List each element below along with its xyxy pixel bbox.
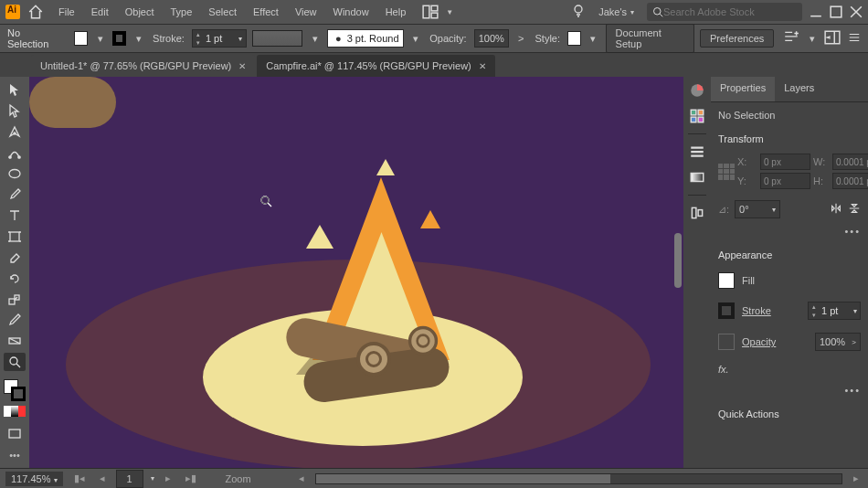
paintbrush-tool[interactable] bbox=[4, 186, 26, 204]
pen-tool[interactable] bbox=[4, 122, 26, 141]
artboard[interactable] bbox=[29, 77, 683, 468]
lightbulb-icon[interactable] bbox=[571, 4, 586, 20]
tab-close-icon[interactable]: ✕ bbox=[238, 61, 246, 71]
horizontal-scrollbar[interactable] bbox=[315, 473, 842, 484]
flip-horizontal-icon[interactable] bbox=[830, 202, 842, 217]
fx-label[interactable]: fx. bbox=[718, 364, 729, 375]
log-shape[interactable] bbox=[29, 77, 116, 128]
stroke-weight-stepper[interactable]: ▴▾ ▾ bbox=[808, 302, 861, 320]
stroke-panel-icon[interactable] bbox=[689, 143, 705, 160]
swatches-panel-icon[interactable] bbox=[689, 108, 705, 124]
preferences-button[interactable]: Preferences bbox=[700, 29, 774, 48]
w-input[interactable] bbox=[832, 154, 868, 170]
h-input[interactable] bbox=[832, 173, 868, 189]
window-close-icon[interactable] bbox=[850, 5, 863, 18]
workspace-switcher[interactable]: Jake's ▾ bbox=[593, 5, 640, 19]
opacity-dropdown[interactable]: > bbox=[514, 33, 528, 44]
menu-file[interactable]: File bbox=[51, 3, 82, 21]
log-endcap[interactable] bbox=[408, 326, 438, 355]
document-setup-button[interactable]: Document Setup bbox=[606, 24, 694, 53]
artboard-number[interactable]: 1 bbox=[126, 473, 132, 484]
zoom-tool[interactable] bbox=[4, 353, 26, 371]
direct-selection-tool[interactable] bbox=[4, 101, 26, 120]
selection-tool[interactable] bbox=[4, 80, 26, 99]
flip-vertical-icon[interactable] bbox=[848, 202, 861, 217]
scale-tool[interactable] bbox=[4, 291, 26, 309]
brush-dropdown[interactable]: ▾ bbox=[409, 33, 423, 45]
eyedropper-tool[interactable] bbox=[4, 311, 26, 329]
tab-properties[interactable]: Properties bbox=[711, 77, 775, 101]
document-tab[interactable]: Untitled-1* @ 77.65% (RGB/GPU Preview) ✕ bbox=[31, 55, 255, 77]
variable-width-profile[interactable] bbox=[252, 30, 302, 47]
spark-triangle[interactable] bbox=[420, 210, 440, 228]
fill-swatch[interactable] bbox=[718, 272, 735, 289]
rotate-tool[interactable] bbox=[4, 270, 26, 288]
menu-view[interactable]: View bbox=[288, 3, 324, 21]
home-icon[interactable] bbox=[27, 4, 44, 20]
arrange-docs-icon[interactable] bbox=[422, 4, 439, 20]
curvature-tool[interactable] bbox=[4, 143, 26, 162]
spark-triangle[interactable] bbox=[306, 225, 333, 249]
log-endcap[interactable] bbox=[356, 342, 391, 377]
align-dropdown[interactable]: ▾ bbox=[805, 33, 819, 45]
opacity-value[interactable]: 100% bbox=[820, 336, 845, 347]
stroke-dropdown[interactable]: ▾ bbox=[132, 33, 145, 45]
fill-swatch[interactable] bbox=[74, 31, 88, 46]
artboard-last-icon[interactable]: ▸▮ bbox=[182, 472, 200, 484]
search-input[interactable] bbox=[663, 6, 791, 17]
window-minimize-icon[interactable] bbox=[810, 5, 822, 18]
fill-stroke-indicator[interactable] bbox=[4, 379, 26, 399]
edit-toolbar-icon[interactable]: ••• bbox=[4, 446, 26, 464]
stroke-label[interactable]: Stroke bbox=[742, 305, 771, 316]
graphic-style-swatch[interactable] bbox=[567, 31, 581, 46]
color-mode-row[interactable] bbox=[4, 406, 26, 417]
type-tool[interactable] bbox=[4, 207, 26, 225]
menu-effect[interactable]: Effect bbox=[246, 3, 286, 21]
ellipse-tool[interactable] bbox=[4, 164, 26, 183]
arrange-docs-dropdown[interactable]: ▼ bbox=[446, 8, 453, 16]
transform-more-icon[interactable]: ••• bbox=[718, 226, 861, 237]
color-panel-icon[interactable] bbox=[689, 82, 705, 99]
stroke-weight-input[interactable] bbox=[204, 33, 235, 44]
angle-input[interactable]: 0° bbox=[739, 204, 749, 215]
spark-triangle[interactable] bbox=[376, 159, 395, 175]
appearance-more-icon[interactable]: ••• bbox=[718, 385, 861, 396]
panel-menu-icon[interactable] bbox=[848, 31, 861, 46]
vw-profile-dropdown[interactable]: ▾ bbox=[308, 33, 322, 45]
align-panel-icon[interactable] bbox=[783, 29, 799, 48]
artboard-tool[interactable] bbox=[4, 228, 26, 246]
menu-edit[interactable]: Edit bbox=[84, 3, 116, 21]
y-input[interactable] bbox=[760, 173, 810, 189]
style-dropdown[interactable]: ▾ bbox=[587, 33, 600, 45]
screen-mode-icon[interactable] bbox=[4, 425, 26, 443]
fill-dropdown[interactable]: ▾ bbox=[93, 33, 107, 45]
x-input[interactable] bbox=[760, 154, 810, 170]
search-box[interactable] bbox=[647, 3, 802, 21]
artboard-prev-icon[interactable]: ◂ bbox=[96, 472, 109, 484]
brush-definition[interactable]: ● 3 pt. Round bbox=[327, 29, 404, 48]
artboard-next-icon[interactable]: ▸ bbox=[162, 472, 175, 484]
scroll-left-icon[interactable]: ◂ bbox=[295, 472, 308, 484]
align-panel-icon[interactable] bbox=[689, 205, 705, 221]
opacity-swatch[interactable] bbox=[718, 334, 735, 350]
panel-toggle-icon[interactable] bbox=[824, 29, 841, 48]
window-maximize-icon[interactable] bbox=[830, 5, 842, 18]
tab-close-icon[interactable]: ✕ bbox=[479, 61, 486, 71]
gradient-panel-icon[interactable] bbox=[689, 169, 705, 186]
artboard-first-icon[interactable]: ▮◂ bbox=[70, 472, 89, 484]
artboard-dropdown[interactable]: ▾ bbox=[151, 474, 154, 483]
scroll-right-icon[interactable]: ▸ bbox=[850, 472, 863, 484]
gradient-tool[interactable] bbox=[4, 332, 26, 350]
menu-type[interactable]: Type bbox=[164, 3, 200, 21]
opacity-label[interactable]: Opacity bbox=[742, 336, 776, 347]
stroke-swatch[interactable] bbox=[718, 302, 735, 319]
menu-window[interactable]: Window bbox=[326, 3, 376, 21]
zoom-level[interactable]: 117.45% ▾ bbox=[5, 472, 63, 486]
menu-help[interactable]: Help bbox=[378, 3, 414, 21]
reference-point-icon[interactable] bbox=[718, 164, 735, 180]
stroke-weight-input[interactable] bbox=[820, 305, 851, 316]
stroke-swatch[interactable] bbox=[112, 31, 126, 46]
stroke-color-icon[interactable] bbox=[11, 387, 26, 401]
document-tab-active[interactable]: Campfire.ai* @ 117.45% (RGB/GPU Preview)… bbox=[257, 55, 495, 77]
canvas-viewport[interactable] bbox=[29, 77, 683, 468]
